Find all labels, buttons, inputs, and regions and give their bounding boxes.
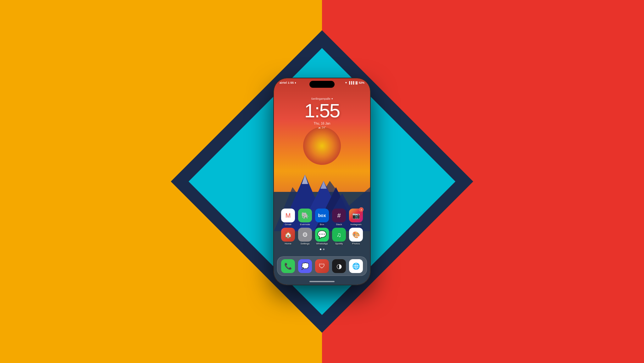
phone-icon: 📞	[284, 262, 292, 270]
phone-device: airtel 1:55 ♦ ▾ ▐▐▐ ▓ 52% Serilingampall…	[273, 78, 371, 285]
dock: 📞 💭 🛡 ◑ 🌐	[277, 256, 367, 276]
app-box-label: Box	[315, 223, 329, 226]
home-app-icon: 🏠	[284, 231, 292, 238]
app-whatsapp[interactable]: 💬 WhatsApp	[315, 228, 329, 245]
wallpaper-sun	[303, 127, 341, 165]
battery-percent: 52%	[359, 81, 364, 84]
dock-phone[interactable]: 📞	[281, 259, 295, 273]
app-box[interactable]: box Box	[315, 209, 329, 226]
dark-icon: ◑	[336, 262, 342, 270]
settings-icon: ⚙	[302, 231, 308, 238]
status-icons: ▾ ▐▐▐ ▓ 52%	[345, 81, 364, 84]
clock-area: Serilingampalle ▾ 1:55 Thu, 16 Jan ☁ 24°	[274, 97, 370, 129]
app-evernote[interactable]: 🐘 Evernote	[298, 209, 312, 226]
dock-chrome[interactable]: 🌐	[349, 259, 363, 273]
dock-beeper[interactable]: 💭	[298, 259, 312, 273]
app-grid: M Gmail 🐘 Evernote box B	[274, 209, 370, 247]
app-slack-label: Slack	[332, 223, 346, 226]
photos-icon: 🎨	[352, 231, 360, 238]
app-home-label: Home	[281, 242, 295, 245]
app-home[interactable]: 🏠 Home	[281, 228, 295, 245]
signal-icon: ▐▐▐	[348, 81, 354, 84]
dock-dark[interactable]: ◑	[332, 259, 346, 273]
app-row-2: 🏠 Home ⚙ Settings 💬 Wha	[277, 228, 367, 245]
dot-1	[320, 249, 321, 250]
dot-2	[323, 249, 325, 250]
app-spotify[interactable]: ♫ Spotify	[332, 228, 346, 245]
app-row-1: M Gmail 🐘 Evernote box B	[277, 209, 367, 226]
app-photos[interactable]: 🎨 Photos	[349, 228, 363, 245]
app-gmail[interactable]: M Gmail	[281, 209, 295, 226]
gmail-icon: M	[286, 212, 291, 219]
clock-time: 1:55	[274, 101, 370, 120]
app-instagram[interactable]: 📷 2 Instagram	[349, 209, 363, 226]
app-spotify-label: Spotify	[332, 242, 346, 245]
app-whatsapp-label: WhatsApp	[315, 242, 329, 245]
app-settings[interactable]: ⚙ Settings	[298, 228, 312, 245]
svg-marker-6	[320, 181, 327, 189]
wifi-icon: ▾	[345, 81, 347, 84]
shield-icon: 🛡	[319, 263, 325, 270]
app-slack[interactable]: # Slack	[332, 209, 346, 226]
instagram-badge: 2	[359, 207, 364, 212]
svg-marker-5	[302, 175, 308, 184]
page-dots	[274, 249, 370, 250]
phone-wrapper: airtel 1:55 ♦ ▾ ▐▐▐ ▓ 52% Serilingampall…	[273, 78, 371, 285]
clock-date: Thu, 16 Jan	[274, 122, 370, 125]
phone-screen: airtel 1:55 ♦ ▾ ▐▐▐ ▓ 52% Serilingampall…	[274, 78, 370, 285]
app-photos-label: Photos	[349, 242, 363, 245]
beeper-icon: 💭	[301, 262, 309, 270]
instagram-icon: 📷	[352, 212, 360, 219]
weather-widget: ☁ 24°	[274, 126, 370, 129]
whatsapp-icon: 💬	[317, 230, 327, 239]
chrome-icon: 🌐	[352, 262, 360, 270]
app-settings-label: Settings	[298, 242, 312, 245]
app-evernote-label: Evernote	[298, 223, 312, 226]
status-carrier: airtel 1:55 ♦	[280, 81, 296, 84]
dock-shield[interactable]: 🛡	[315, 259, 329, 273]
app-instagram-label: Instagram	[349, 223, 363, 226]
app-gmail-label: Gmail	[281, 223, 295, 226]
slack-icon: #	[337, 212, 341, 219]
spotify-icon: ♫	[337, 231, 341, 238]
home-indicator[interactable]	[309, 281, 335, 282]
evernote-icon: 🐘	[301, 212, 309, 219]
box-icon: box	[318, 213, 326, 218]
battery-icon: ▓	[355, 81, 358, 84]
phone-notch	[309, 81, 335, 88]
